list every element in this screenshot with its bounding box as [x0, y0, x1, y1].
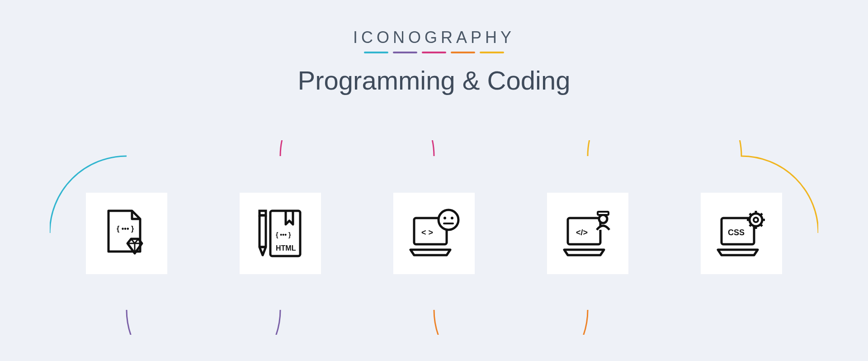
- icon-tile: CSS: [701, 193, 782, 274]
- svg-line-27: [760, 224, 762, 226]
- svg-point-18: [750, 214, 762, 226]
- svg-text:HTML: HTML: [276, 244, 296, 252]
- code-file-diamond-icon: { ••• }: [99, 206, 154, 261]
- svg-rect-15: [598, 212, 609, 215]
- svg-rect-4: [259, 215, 266, 247]
- page-title: Programming & Coding: [0, 65, 868, 95]
- html-book-pen-icon: { ••• } HTML: [253, 206, 307, 261]
- svg-text:< >: < >: [421, 228, 433, 237]
- icon-tile: </>: [547, 193, 628, 274]
- laptop-css-gear-icon: CSS: [714, 206, 769, 261]
- brand-label: ICONOGRAPHY: [0, 28, 868, 47]
- svg-line-26: [750, 224, 751, 226]
- brand-underline: [0, 52, 868, 53]
- svg-rect-5: [259, 211, 266, 215]
- svg-point-14: [599, 215, 607, 223]
- svg-point-9: [443, 217, 446, 219]
- laptop-developer-icon: </>: [561, 206, 615, 261]
- icon-tile: < >: [393, 193, 475, 274]
- icon-tile: { ••• } HTML: [240, 193, 321, 274]
- icon-tile: { ••• }: [86, 193, 167, 274]
- svg-text:{ ••• }: { ••• }: [276, 231, 291, 238]
- svg-line-24: [750, 214, 751, 215]
- laptop-emoji-code-icon: < >: [407, 206, 461, 261]
- svg-text:CSS: CSS: [728, 228, 745, 237]
- svg-point-8: [439, 210, 458, 230]
- svg-point-10: [451, 217, 453, 219]
- icon-row: { ••• } { ••• } HTML < >: [0, 193, 868, 274]
- svg-text:</>: </>: [576, 228, 588, 237]
- svg-text:{ ••• }: { ••• }: [117, 225, 134, 233]
- svg-line-25: [760, 214, 762, 215]
